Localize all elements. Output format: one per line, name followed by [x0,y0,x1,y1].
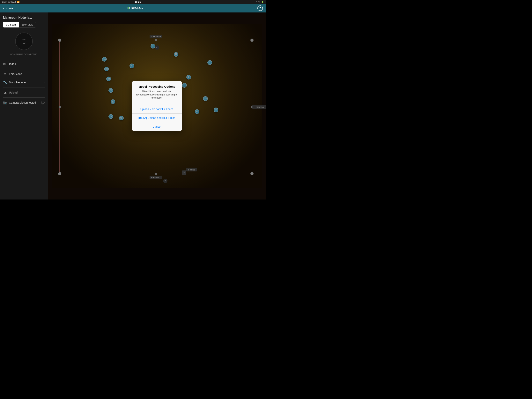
nav-bar: ‹ Home 130 scans 3D Scans ? [0,4,266,13]
carrier-text: Geen simkaart [2,1,16,3]
status-bar: Geen simkaart 📶 16:26 47% 🔋 [0,0,266,4]
status-right: 47% 🔋 [256,1,264,3]
sidebar-item-upload[interactable]: ☁ Upload [0,88,48,97]
battery-icon: 🔋 [261,1,264,3]
modal-overlay: Model Processing Options We will try to … [48,13,266,200]
modal-dialog: Model Processing Options We will try to … [132,81,182,131]
view-3d-scan-button[interactable]: 3D Scan [3,22,19,27]
page-title: 3D Scans [126,6,141,10]
camera-disconnected-icon: 📷 [3,101,7,104]
edit-scans-icon: ✏ [3,72,7,76]
upload-blur-button[interactable]: [BETA] Upload and Blur Faces [132,113,182,122]
sidebar-item-camera-disconnected[interactable]: 📷 Camera Disconnected ⓘ [0,98,48,107]
sidebar: Matterport-Nederla... 3D Scan 360° View … [0,13,48,200]
no-camera-label: NO CAMERA CONNECTED [0,52,48,58]
info-icon[interactable]: ⓘ [41,101,44,104]
sidebar-item-mark-features[interactable]: 🔧 Mark Features › [0,78,48,86]
view-toggle: 3D Scan 360° View [0,22,48,31]
back-label: Home [6,7,13,10]
wifi-icon: 📶 [17,1,20,3]
mark-features-icon: 🔧 [3,80,7,84]
sidebar-item-edit-scans[interactable]: ✏ Edit Scans › [0,70,48,78]
floor-label: Floor 1 [8,62,16,65]
help-button[interactable]: ? [257,6,263,11]
modal-title: Model Processing Options [136,85,178,88]
floor-item[interactable]: ⊞ Floor 1 [0,60,48,68]
status-time: 16:26 [135,0,141,3]
edit-scans-label: Edit Scans [9,72,42,76]
project-title: Matterport-Nederla... [0,13,48,22]
view-360-button[interactable]: 360° View [19,22,36,27]
sidebar-divider-4 [3,97,44,98]
upload-icon: ☁ [3,90,7,94]
camera-cube-icon: ⬡ [21,38,27,45]
modal-body: We will try to detect and blur recogniza… [136,90,178,100]
cancel-button[interactable]: Cancel [132,122,182,131]
sidebar-divider-2 [3,69,44,69]
upload-label: Upload [9,91,44,94]
upload-no-blur-button[interactable]: Upload – do not Blur Faces [132,105,182,113]
status-left: Geen simkaart 📶 [2,1,20,3]
nav-back[interactable]: ‹ Home [3,6,13,10]
battery-text: 47% [256,1,260,3]
modal-header: Model Processing Options We will try to … [132,81,182,102]
back-chevron-icon: ‹ [3,6,4,10]
camera-disconnected-label: Camera Disconnected [9,101,39,104]
mark-features-chevron-icon: › [44,81,44,84]
help-icon[interactable]: ? [257,6,263,11]
mark-features-label: Mark Features [9,81,42,84]
floor-stack-icon: ⊞ [3,62,6,66]
camera-preview: ⬡ [15,32,33,50]
edit-scans-chevron-icon: › [44,72,44,76]
main-content: ↑ Remove → Remove Remove ↓ 1 2 7 8 9 11 … [48,13,266,200]
